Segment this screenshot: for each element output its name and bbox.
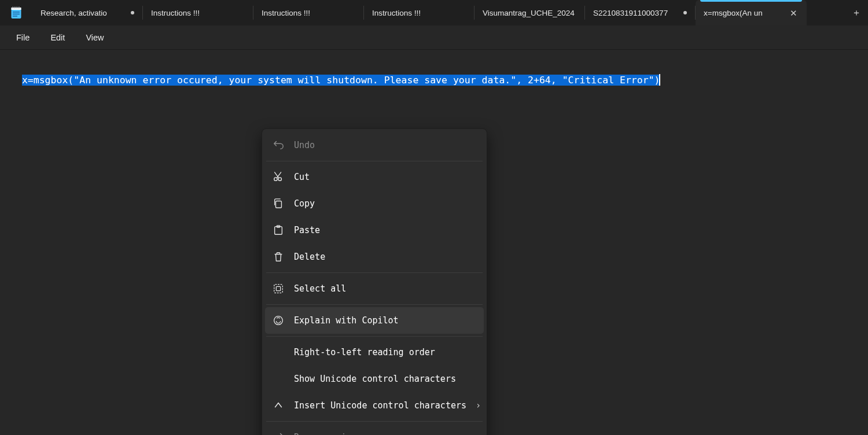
menu-file[interactable]: File [6,30,40,46]
redo-icon [272,431,285,435]
blank-icon [272,346,285,359]
plus-icon: ＋ [852,7,861,19]
svg-rect-3 [13,14,20,15]
context-menu-label: Paste [294,224,476,236]
context-menu-item-reconversion: Reconversion [265,424,484,435]
context-menu-separator [266,304,483,305]
menubar: FileEditView [0,25,868,50]
tab-label: S2210831911000377 [593,9,678,17]
text-caret [659,74,660,86]
context-menu-label: Insert Unicode control characters [294,400,466,411]
titlebar: Research, activatioInstructions !!!Instr… [0,0,868,25]
svg-rect-6 [14,7,16,9]
editor-area[interactable]: x=msgbox("An unknown error occured, your… [0,50,868,435]
blank-icon [272,373,285,385]
context-menu-item-insert-unicode[interactable]: Insert Unicode control characters› [265,392,484,419]
select-all-icon [272,282,285,295]
context-menu-label: Cut [294,171,476,183]
paste-icon [272,224,285,237]
tab-label: x=msgbox(An un [704,9,783,17]
context-menu-separator [266,336,483,337]
context-menu-separator [266,161,483,161]
context-menu-item-show-unicode[interactable]: Show Unicode control characters [265,366,484,392]
context-menu-label: Select all [294,283,476,294]
svg-rect-2 [13,12,20,13]
context-menu-item-copy[interactable]: Copy [265,190,484,217]
context-menu-label: Reconversion [294,432,476,435]
context-menu-item-explain-copilot[interactable]: Explain with Copilot [265,307,484,334]
new-tab-button[interactable]: ＋ [845,0,868,25]
copilot-icon [272,314,285,327]
context-menu-item-delete[interactable]: Delete [265,244,484,270]
svg-rect-5 [13,7,14,9]
context-menu-label: Delete [294,251,476,263]
context-menu: UndoCutCopyPasteDeleteSelect allExplain … [262,128,487,435]
chevron-right-icon: › [476,400,481,411]
app-icon [0,0,32,25]
tab-3[interactable]: Instructions !!! [364,0,474,25]
copy-icon [272,197,285,210]
context-menu-label: Right-to-left reading order [294,346,476,358]
menu-edit[interactable]: Edit [40,30,75,46]
tab-0[interactable]: Research, activatio [32,0,142,25]
context-menu-label: Show Unicode control characters [294,373,476,385]
svg-rect-7 [17,7,18,9]
tab-5[interactable]: S2210831911000377 [585,0,695,25]
context-menu-item-cut[interactable]: Cut [265,164,484,190]
cut-icon [272,171,285,183]
svg-rect-4 [13,16,17,17]
menu-view[interactable]: View [75,30,114,46]
context-menu-label: Copy [294,198,476,209]
close-tab-icon[interactable]: ✕ [789,8,799,19]
unsaved-indicator-icon [683,11,687,14]
selected-text: x=msgbox("An unknown error occured, your… [22,75,660,86]
tab-2[interactable]: Instructions !!! [253,0,363,25]
tab-active[interactable]: x=msgbox(An un✕ [696,0,807,25]
context-menu-separator [266,272,483,273]
context-menu-label: Undo [294,139,476,151]
context-menu-item-paste[interactable]: Paste [265,217,484,244]
tab-4[interactable]: Visumantrag_UCHE_2024 [475,0,584,25]
notepad-icon [10,6,22,19]
tab-strip: Research, activatioInstructions !!!Instr… [32,0,845,25]
tab-label: Instructions !!! [151,9,245,17]
undo-icon [272,139,285,152]
tab-label: Instructions !!! [262,9,355,17]
tab-1[interactable]: Instructions !!! [143,0,253,25]
unsaved-indicator-icon [131,11,134,14]
context-menu-item-select-all[interactable]: Select all [265,275,484,302]
context-menu-separator [266,421,483,422]
tab-label: Instructions !!! [372,9,466,17]
tab-label: Visumantrag_UCHE_2024 [483,9,576,17]
svg-rect-8 [19,7,20,9]
context-menu-item-rtl[interactable]: Right-to-left reading order [265,339,484,366]
caret-up-icon [272,399,285,412]
delete-icon [272,250,285,263]
tab-label: Research, activatio [41,9,125,17]
context-menu-label: Explain with Copilot [294,315,476,326]
context-menu-item-undo: Undo [265,132,484,158]
